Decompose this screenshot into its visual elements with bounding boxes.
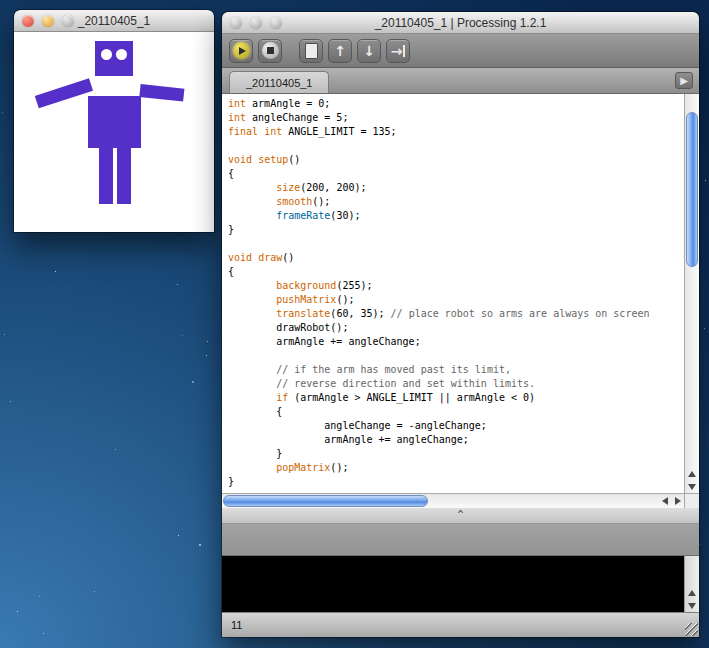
triangle-down-icon xyxy=(688,484,696,490)
editor-area: int armAngle = 0;int angleChange = 5;fin… xyxy=(222,94,699,508)
close-icon[interactable] xyxy=(230,17,242,29)
play-icon xyxy=(233,42,250,59)
triangle-down-icon xyxy=(688,603,696,609)
star xyxy=(207,341,208,342)
toolbar: ↑ ↓ → xyxy=(222,34,699,68)
code-line: translate(60, 35); // place robot so arm… xyxy=(228,307,684,321)
code-line: } xyxy=(228,223,684,237)
star xyxy=(199,544,201,546)
window-controls xyxy=(22,15,74,27)
console-scroll-up-button[interactable] xyxy=(685,586,699,599)
star xyxy=(43,633,44,634)
vertical-scrollbar[interactable] xyxy=(684,94,699,493)
console-scrollbar[interactable] xyxy=(684,556,699,612)
code-line: angleChange = -angleChange; xyxy=(228,419,684,433)
minimize-icon[interactable] xyxy=(42,15,54,27)
tab-sketch[interactable]: _20110405_1 xyxy=(229,71,329,93)
tab-label: _20110405_1 xyxy=(246,77,312,89)
status-bar: 11 xyxy=(222,612,699,637)
robot-right-eye xyxy=(116,49,127,60)
horizontal-scrollbar[interactable] xyxy=(222,493,684,508)
code-line: armAngle += angleChange; xyxy=(228,335,684,349)
new-sketch-button[interactable] xyxy=(299,39,323,63)
code-line: } xyxy=(228,475,684,489)
star xyxy=(699,544,700,545)
star xyxy=(704,328,705,329)
console xyxy=(222,556,699,612)
star xyxy=(17,611,18,612)
code-line: void setup() xyxy=(228,153,684,167)
close-icon[interactable] xyxy=(22,15,34,27)
star xyxy=(192,381,194,383)
horizontal-scrollbar-thumb[interactable] xyxy=(223,495,428,507)
robot-right-leg xyxy=(117,148,131,204)
window-controls xyxy=(230,17,282,29)
open-button[interactable]: ↑ xyxy=(328,39,352,63)
vertical-scrollbar-thumb[interactable] xyxy=(686,112,698,267)
sketch-canvas xyxy=(14,32,214,232)
robot-left-arm xyxy=(35,78,93,108)
sketch-output-window: _20110405_1 xyxy=(14,10,214,232)
star xyxy=(2,112,3,113)
code-line xyxy=(228,349,684,363)
console-scroll-down-button[interactable] xyxy=(685,599,699,612)
arrow-up-icon: ↑ xyxy=(334,44,346,58)
document-icon xyxy=(305,43,318,59)
code-line: smooth(); xyxy=(228,195,684,209)
ide-titlebar[interactable]: _20110405_1 | Processing 1.2.1 xyxy=(222,12,699,34)
sketch-titlebar[interactable]: _20110405_1 xyxy=(14,10,214,32)
code-line: popMatrix(); xyxy=(228,461,684,475)
code-line: frameRate(30); xyxy=(228,209,684,223)
splitter-caret-icon: ^ xyxy=(457,509,463,520)
robot-right-arm xyxy=(139,84,184,102)
arrow-right-bar-icon: → xyxy=(391,44,406,58)
processing-ide-window: _20110405_1 | Processing 1.2.1 ↑ ↓ → xyxy=(222,12,699,637)
triangle-left-icon xyxy=(662,497,668,505)
code-line: drawRobot(); xyxy=(228,321,684,335)
export-button[interactable]: → xyxy=(386,39,410,63)
ide-window-title: _20110405_1 | Processing 1.2.1 xyxy=(375,16,547,30)
triangle-up-icon xyxy=(688,590,696,596)
run-button[interactable] xyxy=(229,39,253,63)
scroll-down-button[interactable] xyxy=(685,480,699,493)
code-line: pushMatrix(); xyxy=(228,293,684,307)
code-editor[interactable]: int armAngle = 0;int angleChange = 5;fin… xyxy=(222,94,684,493)
triangle-right-icon xyxy=(675,497,681,505)
tab-menu-button[interactable]: ▶ xyxy=(675,72,693,89)
resize-grip-icon[interactable] xyxy=(685,623,698,636)
code-line: { xyxy=(228,265,684,279)
message-bar xyxy=(222,524,699,556)
star xyxy=(705,180,706,181)
code-line xyxy=(228,237,684,251)
zoom-icon[interactable] xyxy=(62,15,74,27)
minimize-icon[interactable] xyxy=(250,17,262,29)
console-splitter[interactable]: ^ xyxy=(222,508,699,524)
star xyxy=(10,401,11,402)
save-button[interactable]: ↓ xyxy=(357,39,381,63)
triangle-up-icon xyxy=(688,471,696,477)
star xyxy=(178,535,179,536)
star xyxy=(206,355,207,356)
tab-strip: _20110405_1 ▶ xyxy=(222,68,699,94)
code-line: armAngle += angleChange; xyxy=(228,433,684,447)
star xyxy=(94,591,95,592)
scroll-right-button[interactable] xyxy=(671,494,684,508)
scroll-left-button[interactable] xyxy=(658,494,671,508)
star xyxy=(4,334,5,335)
arrow-right-icon: ▶ xyxy=(680,75,688,86)
star xyxy=(115,449,116,450)
code-line: int armAngle = 0; xyxy=(228,97,684,111)
zoom-icon[interactable] xyxy=(270,17,282,29)
code-line: size(200, 200); xyxy=(228,181,684,195)
robot-head xyxy=(95,41,133,76)
code-line: final int ANGLE_LIMIT = 135; xyxy=(228,125,684,139)
code-line: { xyxy=(228,405,684,419)
stop-button[interactable] xyxy=(258,39,282,63)
star xyxy=(55,271,56,272)
line-number-indicator: 11 xyxy=(231,619,242,631)
code-line: if (armAngle > ANGLE_LIMIT || armAngle <… xyxy=(228,391,684,405)
code-line: // if the arm has moved past its limit, xyxy=(228,363,684,377)
star xyxy=(182,335,183,336)
scroll-up-button[interactable] xyxy=(685,467,699,480)
scrollbar-corner xyxy=(684,493,699,508)
